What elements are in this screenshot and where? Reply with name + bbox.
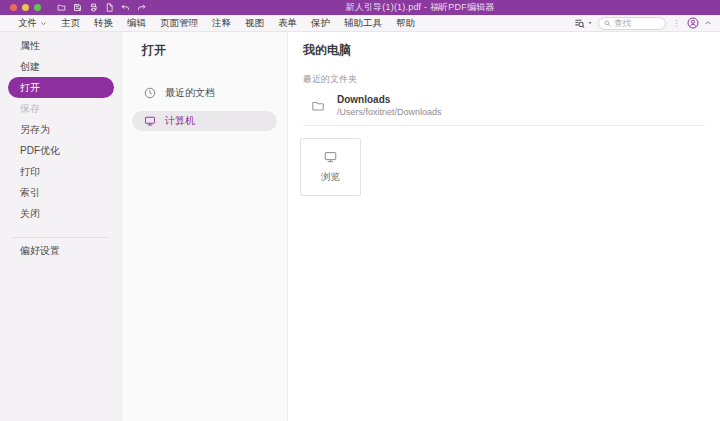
menu-edit[interactable]: 编辑 <box>127 17 146 30</box>
sidebar-item-preferences[interactable]: 偏好设置 <box>0 240 121 261</box>
sidebar-item-index[interactable]: 索引 <box>0 182 121 203</box>
menu-protect[interactable]: 保护 <box>311 17 330 30</box>
menu-home[interactable]: 主页 <box>61 17 80 30</box>
more-options-icon[interactable]: ⋮ <box>671 19 682 28</box>
menu-page-organize[interactable]: 页面管理 <box>160 17 198 30</box>
close-window-button[interactable] <box>10 4 17 11</box>
monitor-icon <box>144 115 156 127</box>
sidebar-item-save-as[interactable]: 另存为 <box>0 119 121 140</box>
menu-help[interactable]: 帮助 <box>396 17 415 30</box>
sidebar-divider <box>12 237 109 238</box>
sidebar-item-pdf-optimize[interactable]: PDF优化 <box>0 140 121 161</box>
collapse-toolbar-button[interactable] <box>704 19 712 27</box>
titlebar: 新人引导(1)(1).pdf - 福昕PDF编辑器 <box>0 0 720 15</box>
computer-panel: 我的电脑 最近的文件夹 Downloads /Users/foxitnet/Do… <box>288 32 720 421</box>
menu-file-label: 文件 <box>18 17 37 30</box>
monitor-icon <box>322 150 339 164</box>
account-avatar-icon[interactable] <box>687 17 699 29</box>
menu-items: 文件 主页 转换 编辑 页面管理 注释 视图 表单 保护 辅助工具 帮助 <box>18 17 415 30</box>
computer-panel-title: 我的电脑 <box>303 42 706 59</box>
search-input[interactable] <box>614 18 660 28</box>
folder-icon <box>310 99 326 113</box>
open-panel: 打开 最近的文档 计算机 <box>122 32 288 421</box>
clock-icon <box>144 87 156 99</box>
open-item-computer[interactable]: 计算机 <box>132 111 277 131</box>
chevron-up-icon <box>704 19 712 27</box>
menu-file[interactable]: 文件 <box>18 17 47 30</box>
menu-comment[interactable]: 注释 <box>212 17 231 30</box>
zoom-window-button[interactable] <box>34 4 41 11</box>
dropdown-caret-icon <box>587 20 593 26</box>
undo-icon[interactable] <box>121 3 130 12</box>
recent-folder-downloads[interactable]: Downloads /Users/foxitnet/Downloads <box>303 91 705 126</box>
new-document-icon[interactable] <box>105 3 114 12</box>
print-icon[interactable] <box>89 3 98 12</box>
open-item-recent-documents[interactable]: 最近的文档 <box>132 83 277 103</box>
recent-folders-label: 最近的文件夹 <box>303 73 706 86</box>
window-title: 新人引导(1)(1).pdf - 福昕PDF编辑器 <box>345 1 494 14</box>
find-replace-icon <box>574 18 585 29</box>
menu-form[interactable]: 表单 <box>278 17 297 30</box>
folder-row-text: Downloads /Users/foxitnet/Downloads <box>337 94 442 117</box>
folder-path: /Users/foxitnet/Downloads <box>337 107 442 117</box>
file-sidebar: 属性 创建 打开 保存 另存为 PDF优化 打印 索引 关闭 偏好设置 <box>0 32 122 421</box>
browse-label: 浏览 <box>321 171 340 184</box>
sidebar-item-close[interactable]: 关闭 <box>0 203 121 224</box>
redo-icon[interactable] <box>137 3 146 12</box>
sidebar-item-open[interactable]: 打开 <box>8 77 114 98</box>
menubar-right: ⋮ <box>574 17 712 30</box>
open-panel-title: 打开 <box>142 42 287 59</box>
save-icon[interactable] <box>73 3 82 12</box>
search-icon <box>604 20 611 27</box>
sidebar-item-print[interactable]: 打印 <box>0 161 121 182</box>
open-folder-icon[interactable] <box>57 3 66 12</box>
sidebar-item-properties[interactable]: 属性 <box>0 35 121 56</box>
menu-accessibility-tools[interactable]: 辅助工具 <box>344 17 382 30</box>
menu-convert[interactable]: 转换 <box>94 17 113 30</box>
sidebar-item-create[interactable]: 创建 <box>0 56 121 77</box>
sidebar-item-save: 保存 <box>0 98 121 119</box>
chevron-down-icon <box>40 20 47 27</box>
minimize-window-button[interactable] <box>22 4 29 11</box>
browse-button[interactable]: 浏览 <box>300 138 361 196</box>
find-replace-button[interactable] <box>574 18 593 29</box>
traffic-lights <box>10 4 41 11</box>
quick-access-toolbar <box>57 3 146 12</box>
folder-name: Downloads <box>337 94 442 105</box>
search-field[interactable] <box>598 17 666 30</box>
menu-view[interactable]: 视图 <box>245 17 264 30</box>
open-location-list: 最近的文档 计算机 <box>122 83 287 131</box>
menu-bar: 文件 主页 转换 编辑 页面管理 注释 视图 表单 保护 辅助工具 帮助 ⋮ <box>0 15 720 32</box>
backstage-view: 属性 创建 打开 保存 另存为 PDF优化 打印 索引 关闭 偏好设置 打开 最… <box>0 32 720 421</box>
